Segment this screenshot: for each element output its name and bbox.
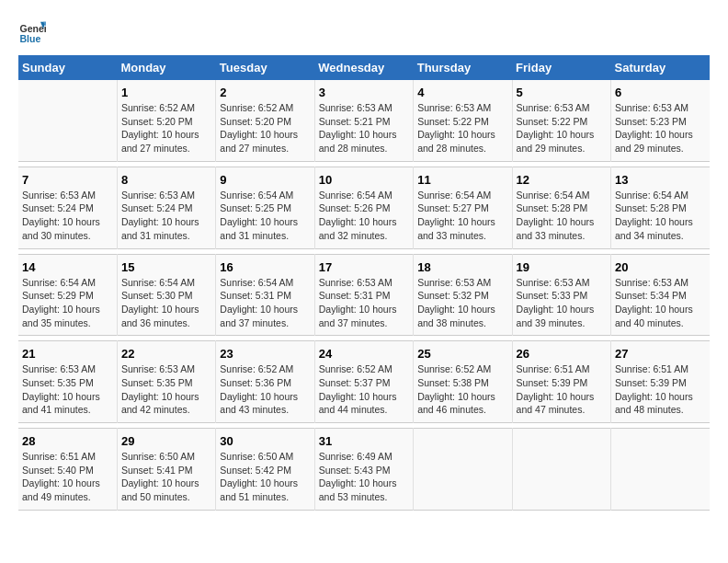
day-info: Sunrise: 6:51 AMSunset: 5:39 PMDaylight:… <box>517 362 607 417</box>
day-cell <box>512 429 610 511</box>
day-number: 27 <box>615 347 706 361</box>
day-info: Sunrise: 6:52 AMSunset: 5:20 PMDaylight:… <box>220 101 310 155</box>
day-info: Sunrise: 6:51 AMSunset: 5:39 PMDaylight:… <box>615 362 706 417</box>
day-number: 12 <box>517 173 607 187</box>
day-cell: 29Sunrise: 6:50 AMSunset: 5:41 PMDayligh… <box>117 429 215 511</box>
day-info: Sunrise: 6:53 AMSunset: 5:21 PMDaylight:… <box>319 101 409 155</box>
day-cell: 14Sunrise: 6:54 AMSunset: 5:29 PMDayligh… <box>18 254 117 336</box>
day-cell: 13Sunrise: 6:54 AMSunset: 5:28 PMDayligh… <box>611 167 710 248</box>
day-info: Sunrise: 6:54 AMSunset: 5:25 PMDaylight:… <box>220 189 310 243</box>
day-cell <box>414 429 512 511</box>
day-cell: 9Sunrise: 6:54 AMSunset: 5:25 PMDaylight… <box>216 167 314 248</box>
day-info: Sunrise: 6:52 AMSunset: 5:36 PMDaylight:… <box>220 362 310 417</box>
day-cell: 2Sunrise: 6:52 AMSunset: 5:20 PMDaylight… <box>216 80 314 161</box>
day-cell: 18Sunrise: 6:53 AMSunset: 5:32 PMDayligh… <box>414 254 512 336</box>
day-cell: 7Sunrise: 6:53 AMSunset: 5:24 PMDaylight… <box>18 167 117 248</box>
day-number: 26 <box>517 347 607 361</box>
day-cell <box>611 429 710 511</box>
day-cell: 3Sunrise: 6:53 AMSunset: 5:21 PMDaylight… <box>314 80 413 161</box>
day-info: Sunrise: 6:53 AMSunset: 5:31 PMDaylight:… <box>319 276 409 330</box>
day-info: Sunrise: 6:53 AMSunset: 5:24 PMDaylight:… <box>22 189 113 243</box>
day-info: Sunrise: 6:53 AMSunset: 5:22 PMDaylight:… <box>417 101 507 155</box>
day-cell: 17Sunrise: 6:53 AMSunset: 5:31 PMDayligh… <box>314 254 413 336</box>
day-number: 31 <box>319 434 409 448</box>
calendar-header-row: SundayMondayTuesdayWednesdayThursdayFrid… <box>18 55 710 80</box>
calendar-table: SundayMondayTuesdayWednesdayThursdayFrid… <box>18 55 710 511</box>
day-number: 5 <box>517 86 607 99</box>
day-number: 10 <box>319 173 409 187</box>
header-friday: Friday <box>512 55 610 80</box>
day-info: Sunrise: 6:49 AMSunset: 5:43 PMDaylight:… <box>319 450 409 504</box>
day-number: 15 <box>121 260 211 274</box>
day-cell: 27Sunrise: 6:51 AMSunset: 5:39 PMDayligh… <box>611 341 710 423</box>
day-info: Sunrise: 6:53 AMSunset: 5:23 PMDaylight:… <box>615 101 706 155</box>
day-info: Sunrise: 6:54 AMSunset: 5:28 PMDaylight:… <box>517 189 607 243</box>
day-number: 21 <box>22 347 113 361</box>
day-cell: 23Sunrise: 6:52 AMSunset: 5:36 PMDayligh… <box>216 341 314 423</box>
day-info: Sunrise: 6:52 AMSunset: 5:38 PMDaylight:… <box>417 362 507 417</box>
day-cell: 31Sunrise: 6:49 AMSunset: 5:43 PMDayligh… <box>314 429 413 511</box>
day-info: Sunrise: 6:50 AMSunset: 5:41 PMDaylight:… <box>121 450 211 504</box>
day-number: 29 <box>121 434 211 448</box>
day-number: 14 <box>22 260 113 274</box>
day-info: Sunrise: 6:53 AMSunset: 5:22 PMDaylight:… <box>517 101 607 155</box>
day-number: 4 <box>417 86 507 99</box>
header-thursday: Thursday <box>414 55 512 80</box>
day-number: 9 <box>220 173 310 187</box>
day-number: 11 <box>417 173 507 187</box>
day-number: 28 <box>22 434 113 448</box>
day-info: Sunrise: 6:54 AMSunset: 5:31 PMDaylight:… <box>220 276 310 330</box>
day-info: Sunrise: 6:54 AMSunset: 5:28 PMDaylight:… <box>615 189 706 243</box>
day-info: Sunrise: 6:53 AMSunset: 5:35 PMDaylight:… <box>22 362 113 417</box>
day-info: Sunrise: 6:50 AMSunset: 5:42 PMDaylight:… <box>220 450 310 504</box>
day-info: Sunrise: 6:54 AMSunset: 5:29 PMDaylight:… <box>22 276 113 330</box>
day-info: Sunrise: 6:52 AMSunset: 5:20 PMDaylight:… <box>121 101 211 155</box>
header-sunday: Sunday <box>18 55 117 80</box>
day-info: Sunrise: 6:53 AMSunset: 5:34 PMDaylight:… <box>615 276 706 330</box>
day-cell: 10Sunrise: 6:54 AMSunset: 5:26 PMDayligh… <box>314 167 413 248</box>
day-number: 24 <box>319 347 409 361</box>
day-number: 8 <box>121 173 211 187</box>
header-saturday: Saturday <box>611 55 710 80</box>
day-info: Sunrise: 6:54 AMSunset: 5:27 PMDaylight:… <box>417 189 507 243</box>
header-monday: Monday <box>117 55 215 80</box>
day-info: Sunrise: 6:54 AMSunset: 5:26 PMDaylight:… <box>319 189 409 243</box>
day-cell: 15Sunrise: 6:54 AMSunset: 5:30 PMDayligh… <box>117 254 215 336</box>
day-number: 20 <box>615 260 706 274</box>
day-cell: 26Sunrise: 6:51 AMSunset: 5:39 PMDayligh… <box>512 341 610 423</box>
day-number: 1 <box>121 86 211 99</box>
logo: General Blue <box>18 18 50 46</box>
day-info: Sunrise: 6:51 AMSunset: 5:40 PMDaylight:… <box>22 450 113 504</box>
day-number: 13 <box>615 173 706 187</box>
day-cell <box>18 80 117 161</box>
day-cell: 12Sunrise: 6:54 AMSunset: 5:28 PMDayligh… <box>512 167 610 248</box>
day-cell: 16Sunrise: 6:54 AMSunset: 5:31 PMDayligh… <box>216 254 314 336</box>
day-info: Sunrise: 6:53 AMSunset: 5:32 PMDaylight:… <box>417 276 507 330</box>
day-number: 18 <box>417 260 507 274</box>
week-row-3: 14Sunrise: 6:54 AMSunset: 5:29 PMDayligh… <box>18 254 710 336</box>
page-header: General Blue <box>18 18 710 46</box>
day-number: 19 <box>517 260 607 274</box>
day-info: Sunrise: 6:53 AMSunset: 5:24 PMDaylight:… <box>121 189 211 243</box>
logo-icon: General Blue <box>18 18 46 46</box>
day-cell: 11Sunrise: 6:54 AMSunset: 5:27 PMDayligh… <box>414 167 512 248</box>
week-row-1: 1Sunrise: 6:52 AMSunset: 5:20 PMDaylight… <box>18 80 710 161</box>
day-number: 22 <box>121 347 211 361</box>
day-number: 6 <box>615 86 706 99</box>
day-cell: 8Sunrise: 6:53 AMSunset: 5:24 PMDaylight… <box>117 167 215 248</box>
day-number: 17 <box>319 260 409 274</box>
week-row-4: 21Sunrise: 6:53 AMSunset: 5:35 PMDayligh… <box>18 341 710 423</box>
day-cell: 20Sunrise: 6:53 AMSunset: 5:34 PMDayligh… <box>611 254 710 336</box>
day-info: Sunrise: 6:53 AMSunset: 5:33 PMDaylight:… <box>517 276 607 330</box>
week-row-5: 28Sunrise: 6:51 AMSunset: 5:40 PMDayligh… <box>18 429 710 511</box>
day-cell: 19Sunrise: 6:53 AMSunset: 5:33 PMDayligh… <box>512 254 610 336</box>
day-info: Sunrise: 6:53 AMSunset: 5:35 PMDaylight:… <box>121 362 211 417</box>
day-cell: 21Sunrise: 6:53 AMSunset: 5:35 PMDayligh… <box>18 341 117 423</box>
day-cell: 30Sunrise: 6:50 AMSunset: 5:42 PMDayligh… <box>216 429 314 511</box>
day-info: Sunrise: 6:52 AMSunset: 5:37 PMDaylight:… <box>319 362 409 417</box>
day-number: 3 <box>319 86 409 99</box>
day-cell: 6Sunrise: 6:53 AMSunset: 5:23 PMDaylight… <box>611 80 710 161</box>
day-number: 16 <box>220 260 310 274</box>
day-cell: 1Sunrise: 6:52 AMSunset: 5:20 PMDaylight… <box>117 80 215 161</box>
day-number: 30 <box>220 434 310 448</box>
